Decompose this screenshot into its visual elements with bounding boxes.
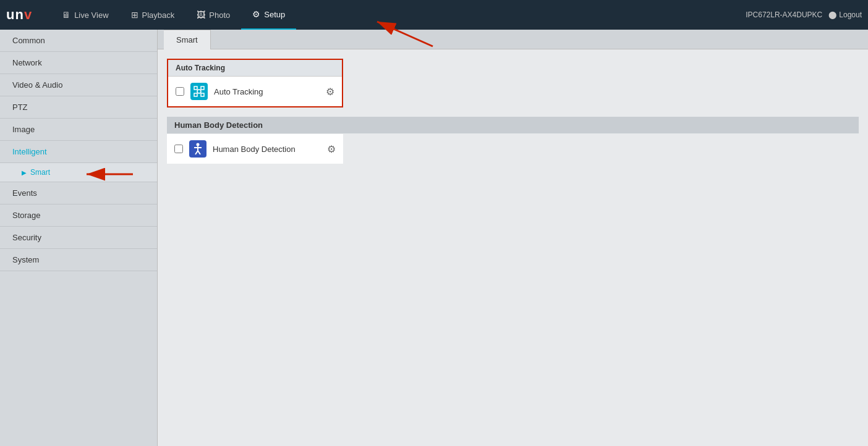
nav-live-view[interactable]: 🖥 Live View (51, 0, 119, 30)
sidebar-security-label: Security (12, 233, 41, 242)
expand-arrow-icon: ▶ (22, 169, 27, 176)
human-body-feature-box: Human Body Detection ⚙ (167, 134, 343, 164)
svg-rect-0 (194, 86, 197, 90)
sidebar-storage-label: Storage (12, 211, 41, 220)
svg-rect-1 (201, 86, 204, 90)
sidebar-common-label: Common (12, 36, 45, 45)
nav-playback[interactable]: ⊞ Playback (120, 0, 186, 30)
auto-tracking-section: Auto Tracking (167, 59, 343, 107)
sidebar-item-intelligent[interactable]: Intelligent (0, 141, 157, 163)
svg-point-5 (197, 143, 200, 146)
tab-bar: Smart (158, 30, 868, 49)
human-svg (193, 143, 203, 155)
content-area: Smart Auto Tracking (158, 30, 868, 446)
nav-photo[interactable]: 🖼 Photo (185, 0, 241, 30)
svg-rect-3 (201, 93, 204, 96)
sidebar-video-audio-label: Video & Audio (12, 80, 62, 90)
human-body-row: Human Body Detection ⚙ (167, 134, 343, 164)
logo: unv (6, 7, 32, 23)
auto-tracking-settings-icon[interactable]: ⚙ (326, 86, 334, 98)
sidebar-smart-label: Smart (30, 168, 50, 177)
sidebar-item-network[interactable]: Network (0, 52, 157, 74)
nav-photo-label: Photo (209, 11, 230, 20)
logout-button[interactable]: ⬤ Logout (828, 11, 862, 19)
human-body-icon (189, 140, 206, 158)
device-id: IPC672LR-AX4DUPKC (746, 11, 822, 19)
tab-smart-label: Smart (176, 35, 198, 44)
sidebar-image-label: Image (12, 125, 35, 134)
sidebar-network-label: Network (12, 58, 42, 67)
tracking-svg (194, 86, 205, 97)
playback-icon: ⊞ (131, 10, 138, 20)
human-body-checkbox[interactable] (174, 145, 183, 153)
nav-items: 🖥 Live View ⊞ Playback 🖼 Photo ⚙ Setup (51, 0, 746, 30)
monitor-icon: 🖥 (62, 10, 70, 20)
human-body-title: Human Body Detection (174, 120, 263, 130)
nav-playback-label: Playback (142, 11, 175, 20)
sidebar-intelligent-label: Intelligent (12, 147, 47, 156)
sidebar: Common Network Video & Audio PTZ Image I… (0, 30, 158, 446)
human-body-header: Human Body Detection (167, 117, 859, 133)
sidebar-item-security[interactable]: Security (0, 227, 157, 249)
sidebar-sub-smart[interactable]: ▶ Smart (0, 163, 157, 182)
auto-tracking-title: Auto Tracking (176, 64, 225, 72)
sidebar-item-system[interactable]: System (0, 249, 157, 271)
sidebar-item-video-audio[interactable]: Video & Audio (0, 74, 157, 96)
gear-icon: ⚙ (252, 9, 260, 19)
auto-tracking-label: Auto Tracking (214, 87, 320, 96)
auto-tracking-header: Auto Tracking (168, 60, 342, 77)
svg-point-4 (197, 90, 201, 93)
logout-label: Logout (839, 11, 862, 19)
nav-setup[interactable]: ⚙ Setup (241, 0, 296, 30)
sidebar-ptz-label: PTZ (12, 103, 28, 112)
human-body-section: Human Body Detection (167, 117, 859, 164)
svg-rect-2 (194, 93, 197, 96)
sidebar-system-label: System (12, 255, 39, 264)
sidebar-item-common[interactable]: Common (0, 30, 157, 52)
sidebar-item-events[interactable]: Events (0, 182, 157, 204)
logo-text: unv (6, 7, 32, 22)
nav-live-view-label: Live View (74, 11, 108, 20)
human-body-label: Human Body Detection (213, 145, 321, 154)
sidebar-item-image[interactable]: Image (0, 119, 157, 141)
tab-smart[interactable]: Smart (164, 30, 211, 49)
auto-tracking-checkbox[interactable] (176, 87, 184, 96)
auto-tracking-icon (190, 83, 208, 100)
logout-icon: ⬤ (828, 11, 836, 19)
photo-icon: 🖼 (197, 10, 205, 20)
top-navigation: unv 🖥 Live View ⊞ Playback 🖼 Photo ⚙ Set… (0, 0, 868, 30)
main-layout: Common Network Video & Audio PTZ Image I… (0, 30, 868, 446)
svg-line-9 (198, 151, 200, 154)
content-body: Auto Tracking (158, 49, 868, 173)
sidebar-events-label: Events (12, 188, 37, 198)
auto-tracking-row: Auto Tracking ⚙ (168, 77, 342, 106)
nav-right: IPC672LR-AX4DUPKC ⬤ Logout (746, 11, 862, 19)
sidebar-item-ptz[interactable]: PTZ (0, 96, 157, 119)
human-body-settings-icon[interactable]: ⚙ (327, 143, 336, 155)
nav-setup-label: Setup (264, 10, 285, 19)
sidebar-item-storage[interactable]: Storage (0, 204, 157, 227)
